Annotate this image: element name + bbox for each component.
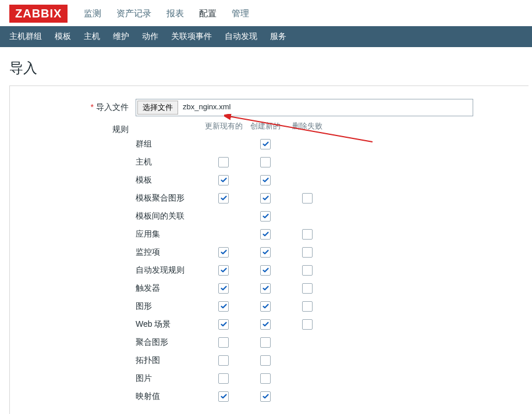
checkbox-delete-7[interactable] <box>302 265 313 276</box>
subnav-actions[interactable]: 动作 <box>142 31 158 42</box>
rule-row: 自动发现规则 <box>136 261 328 279</box>
top-menu-admin[interactable]: 管理 <box>232 8 249 19</box>
subnav-correlation[interactable]: 关联项事件 <box>171 31 212 42</box>
rule-name: 模板间的关联 <box>136 211 203 222</box>
checkbox-create-9[interactable] <box>260 301 271 312</box>
rule-name: 图片 <box>136 373 203 384</box>
checkbox-update-12[interactable] <box>218 355 229 366</box>
rule-row: 模板 <box>136 171 328 189</box>
rule-name: 聚合图形 <box>136 337 203 348</box>
rule-row: 模板间的关联 <box>136 207 328 225</box>
rules-body: 更新现有的 创建新的 删除失败 群组主机模板模板聚合图形模板间的关联应用集监控项… <box>136 121 328 405</box>
checkbox-create-2[interactable] <box>260 175 271 185</box>
checkbox-create-5[interactable] <box>260 229 271 240</box>
sub-nav: 主机群组 模板 主机 维护 动作 关联项事件 自动发现 服务 <box>0 26 532 47</box>
col-delete: 删除失败 <box>286 121 328 131</box>
checkbox-create-4[interactable] <box>260 211 271 222</box>
rule-name: 拓扑图 <box>136 355 203 366</box>
rule-row: 拓扑图 <box>136 351 328 369</box>
rule-row: 映射值 <box>136 387 328 405</box>
top-menu-monitor[interactable]: 监测 <box>84 8 101 19</box>
rule-name: 模板聚合图形 <box>136 193 203 204</box>
checkbox-create-12[interactable] <box>260 355 271 366</box>
import-file-row: *导入文件 选择文件 zbx_nginx.xml <box>20 99 518 116</box>
import-form: *导入文件 选择文件 zbx_nginx.xml 规则 更新现有的 创建新的 删… <box>9 85 529 414</box>
checkbox-create-1[interactable] <box>260 157 271 167</box>
checkbox-create-7[interactable] <box>260 265 271 276</box>
rule-name: 监控项 <box>136 247 203 258</box>
subnav-discovery[interactable]: 自动发现 <box>225 31 257 42</box>
rule-name: Web 场景 <box>136 319 203 330</box>
file-name: zbx_nginx.xml <box>179 99 473 116</box>
checkbox-update-6[interactable] <box>218 247 229 258</box>
checkbox-create-0[interactable] <box>260 139 271 149</box>
checkbox-create-13[interactable] <box>260 373 271 384</box>
rule-row: Web 场景 <box>136 315 328 333</box>
rule-row: 监控项 <box>136 243 328 261</box>
subnav-hostgroups[interactable]: 主机群组 <box>9 31 42 42</box>
checkbox-update-3[interactable] <box>218 193 229 204</box>
top-menu-config[interactable]: 配置 <box>199 8 217 19</box>
checkbox-create-3[interactable] <box>260 193 271 204</box>
checkbox-create-8[interactable] <box>260 283 271 294</box>
rules-label: 规则 <box>20 121 136 135</box>
checkbox-update-9[interactable] <box>218 301 229 312</box>
rule-row: 图片 <box>136 369 328 387</box>
subnav-maintenance[interactable]: 维护 <box>113 31 129 42</box>
top-menu: 监测 资产记录 报表 配置 管理 <box>84 8 249 19</box>
choose-file-button[interactable]: 选择文件 <box>137 101 178 115</box>
top-menu-reports[interactable]: 报表 <box>166 8 184 19</box>
checkbox-update-7[interactable] <box>218 265 229 276</box>
rule-name: 自动发现规则 <box>136 265 203 276</box>
rule-row: 群组 <box>136 135 328 153</box>
logo[interactable]: ZABBIX <box>9 5 68 23</box>
rules-row: 规则 更新现有的 创建新的 删除失败 群组主机模板模板聚合图形模板间的关联应用集… <box>20 121 518 405</box>
checkbox-delete-5[interactable] <box>302 229 313 240</box>
col-update: 更新现有的 <box>203 121 244 131</box>
rule-row: 主机 <box>136 153 328 171</box>
rule-name: 触发器 <box>136 283 203 294</box>
checkbox-delete-8[interactable] <box>302 283 313 294</box>
subnav-templates[interactable]: 模板 <box>55 31 71 42</box>
checkbox-create-11[interactable] <box>260 337 271 348</box>
checkbox-update-1[interactable] <box>218 157 229 167</box>
checkbox-update-11[interactable] <box>218 337 229 348</box>
col-create: 创建新的 <box>244 121 286 131</box>
checkbox-create-14[interactable] <box>260 391 271 402</box>
checkbox-delete-9[interactable] <box>302 301 313 312</box>
rule-row: 模板聚合图形 <box>136 189 328 207</box>
import-file-label: *导入文件 <box>20 99 136 113</box>
checkbox-update-13[interactable] <box>218 373 229 384</box>
top-menu-inventory[interactable]: 资产记录 <box>116 8 151 19</box>
rule-name: 主机 <box>136 157 203 167</box>
checkbox-update-10[interactable] <box>218 319 229 330</box>
checkbox-create-6[interactable] <box>260 247 271 258</box>
rule-row: 图形 <box>136 297 328 315</box>
topbar: ZABBIX 监测 资产记录 报表 配置 管理 <box>0 0 532 26</box>
checkbox-update-8[interactable] <box>218 283 229 294</box>
rule-name: 群组 <box>136 139 203 149</box>
checkbox-update-2[interactable] <box>218 175 229 185</box>
file-input-wrap[interactable]: 选择文件 zbx_nginx.xml <box>136 99 473 116</box>
checkbox-delete-10[interactable] <box>302 319 313 330</box>
rule-name: 应用集 <box>136 229 203 240</box>
checkbox-delete-3[interactable] <box>302 193 313 204</box>
rule-name: 图形 <box>136 301 203 312</box>
subnav-hosts[interactable]: 主机 <box>84 31 100 42</box>
required-asterisk: * <box>91 102 94 112</box>
page-title: 导入 <box>0 47 532 85</box>
rule-row: 聚合图形 <box>136 333 328 351</box>
rule-row: 应用集 <box>136 225 328 243</box>
rule-row: 触发器 <box>136 279 328 297</box>
rules-columns-header: 更新现有的 创建新的 删除失败 <box>136 121 328 131</box>
rule-name: 映射值 <box>136 391 203 402</box>
rule-name: 模板 <box>136 175 203 185</box>
checkbox-delete-6[interactable] <box>302 247 313 258</box>
subnav-services[interactable]: 服务 <box>270 31 286 42</box>
checkbox-update-14[interactable] <box>218 391 229 402</box>
checkbox-create-10[interactable] <box>260 319 271 330</box>
